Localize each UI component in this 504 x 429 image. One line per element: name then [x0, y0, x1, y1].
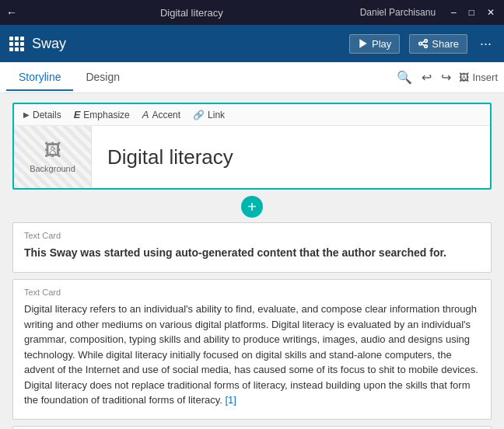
text-card-1-type: Text Card	[24, 231, 480, 240]
maximize-button[interactable]: □	[466, 5, 478, 19]
details-toggle[interactable]: ▶ Details	[23, 110, 61, 120]
emphasize-button[interactable]: E Emphasize	[74, 109, 130, 120]
tab-bar-actions: 🔍 ↩ ↪ 🖼 Insert	[395, 68, 498, 86]
title-card[interactable]: ▶ Details E Emphasize A Accent 🔗 Link 🖼 …	[12, 103, 492, 190]
insert-button[interactable]: 🖼 Insert	[459, 72, 498, 83]
expand-icon: ▶	[23, 110, 30, 119]
share-button[interactable]: Share	[409, 34, 467, 54]
background-label: Background	[30, 164, 75, 173]
svg-point-1	[425, 40, 428, 43]
app-bar: Sway Play Share ···	[0, 25, 504, 62]
background-area[interactable]: 🖼 Background	[14, 126, 92, 188]
text-card-1-content: This Sway was started using auto-generat…	[24, 245, 480, 261]
accent-button[interactable]: A Accent	[142, 109, 180, 120]
tab-design[interactable]: Design	[73, 65, 132, 91]
main-content[interactable]: ▶ Details E Emphasize A Accent 🔗 Link 🖼 …	[0, 93, 504, 429]
title-bar: ← Digital literacy Daniel Parchisanu – □…	[0, 0, 504, 25]
search-icon[interactable]: 🔍	[395, 68, 414, 86]
svg-line-4	[422, 44, 425, 46]
user-name: Daniel Parchisanu	[360, 7, 436, 18]
back-button[interactable]: ←	[6, 6, 17, 19]
close-button[interactable]: ✕	[484, 5, 498, 19]
text-card-2-type: Text Card	[24, 288, 480, 297]
tab-bar: Storyline Design 🔍 ↩ ↪ 🖼 Insert	[0, 62, 504, 93]
svg-line-5	[422, 41, 425, 43]
more-button[interactable]: ···	[477, 36, 495, 52]
link-icon: 🔗	[193, 110, 205, 120]
emphasize-icon: E	[74, 109, 81, 120]
title-card-body: 🖼 Background Digital literacy	[14, 126, 490, 188]
app-grid-icon[interactable]	[9, 37, 24, 51]
details-label: Details	[33, 110, 61, 120]
section-card[interactable]: ▼ 1 - History Heading 1 Card	[12, 426, 492, 430]
tab-storyline[interactable]: Storyline	[6, 65, 73, 91]
title-text[interactable]: Digital literacy	[92, 133, 490, 182]
svg-marker-0	[359, 39, 366, 48]
undo-icon[interactable]: ↩	[420, 68, 433, 86]
accent-icon: A	[142, 109, 149, 120]
app-bar-actions: Play Share ···	[349, 34, 495, 54]
window-controls: – □ ✕	[448, 5, 498, 19]
citation-link[interactable]: [1]	[225, 394, 236, 406]
text-card-1[interactable]: Text Card This Sway was started using au…	[12, 222, 492, 273]
share-icon	[418, 38, 429, 49]
svg-point-2	[419, 42, 422, 45]
title-card-toolbar: ▶ Details E Emphasize A Accent 🔗 Link	[14, 104, 490, 126]
image-icon: 🖼	[44, 141, 61, 161]
link-button[interactable]: 🔗 Link	[193, 110, 225, 120]
redo-icon[interactable]: ↪	[439, 68, 453, 86]
text-card-2-content: Digital literacy refers to an individual…	[24, 302, 480, 408]
insert-icon: 🖼	[459, 72, 469, 83]
window-title: Digital literacy	[23, 7, 360, 19]
app-name: Sway	[32, 36, 66, 52]
text-card-2[interactable]: Text Card Digital literacy refers to an …	[12, 279, 492, 420]
play-icon	[358, 38, 369, 49]
add-card-row: +	[12, 196, 492, 218]
minimize-button[interactable]: –	[448, 5, 460, 19]
play-button[interactable]: Play	[349, 34, 400, 54]
svg-point-3	[425, 45, 428, 48]
add-card-button[interactable]: +	[241, 196, 263, 218]
